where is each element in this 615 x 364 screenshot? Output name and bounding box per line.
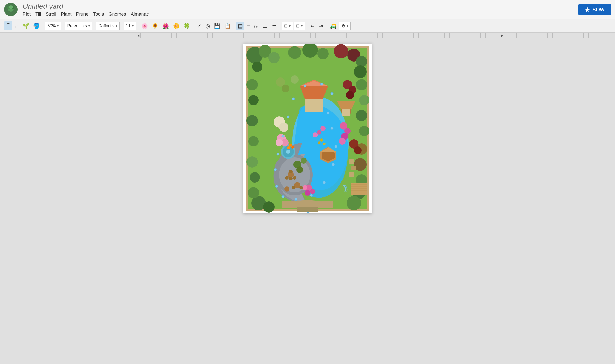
indent-left[interactable]: ⇤ xyxy=(309,22,316,30)
nav-till[interactable]: Till xyxy=(35,12,41,17)
numberedlist-tool[interactable]: ≔ xyxy=(270,22,278,30)
indent-tools-group: ⇤ ⇥ xyxy=(308,22,326,30)
ruler-inner xyxy=(120,33,615,38)
checkmark-tool[interactable]: ✓ xyxy=(195,22,203,30)
svg-point-38 xyxy=(359,95,369,105)
draw-tool-2[interactable]: ∩ xyxy=(13,22,20,30)
svg-point-121 xyxy=(287,116,289,118)
category-group: Perennials ▾ xyxy=(64,22,93,30)
nav-tools[interactable]: Tools xyxy=(93,12,104,17)
category-dropdown[interactable]: Perennials ▾ xyxy=(65,22,92,30)
app-title: Untitled yard xyxy=(23,2,149,11)
svg-point-87 xyxy=(296,166,303,173)
svg-point-111 xyxy=(335,145,337,148)
svg-point-103 xyxy=(292,186,295,189)
svg-point-104 xyxy=(299,186,303,189)
plant-dropdown[interactable]: Daffodils ▾ xyxy=(96,22,120,30)
sow-button[interactable]: SOW xyxy=(578,4,611,15)
grid-dropdown-1[interactable]: ⊞▾ xyxy=(282,22,293,30)
svg-point-73 xyxy=(354,146,362,154)
svg-point-106 xyxy=(304,85,306,87)
save-tool[interactable]: 💾 xyxy=(212,22,222,30)
grid-tools-group: ⊞▾ ⊟▾ xyxy=(281,22,306,30)
plant-icon-2[interactable]: 🌻 xyxy=(150,22,160,30)
rows-tool[interactable]: ▤ xyxy=(236,22,244,30)
svg-point-48 xyxy=(248,187,259,198)
plant-icon-4[interactable]: 🌼 xyxy=(172,22,181,30)
app-logo xyxy=(4,3,18,16)
svg-point-36 xyxy=(354,65,367,78)
svg-point-112 xyxy=(332,163,335,166)
svg-point-75 xyxy=(279,123,288,132)
svg-point-52 xyxy=(246,115,258,126)
svg-point-28 xyxy=(268,52,280,63)
svg-point-122 xyxy=(292,98,295,100)
count-dropdown[interactable]: 11 ▾ xyxy=(124,22,136,30)
svg-point-120 xyxy=(282,135,284,137)
grid-dropdown-2[interactable]: ⊟▾ xyxy=(294,22,305,30)
svg-point-51 xyxy=(248,136,259,146)
utility-tools-group: 🛺 ⚙▾ xyxy=(328,22,352,30)
svg-point-100 xyxy=(289,177,293,180)
svg-point-66 xyxy=(320,126,326,131)
svg-point-108 xyxy=(331,92,333,95)
svg-point-86 xyxy=(301,158,307,164)
zoom-dropdown[interactable]: 50% ▾ xyxy=(45,22,61,30)
save-alt-tool[interactable]: 📋 xyxy=(223,22,233,30)
svg-point-116 xyxy=(282,195,284,198)
plant-icon-5[interactable]: 🍀 xyxy=(182,22,192,30)
zoom-group: 50% ▾ xyxy=(44,22,62,30)
plant-icons-group: 🌸 🌻 🌺 🌼 🍀 xyxy=(139,22,193,30)
plant-tool[interactable]: 🌱 xyxy=(21,22,31,30)
svg-point-117 xyxy=(275,185,278,188)
svg-point-109 xyxy=(327,112,329,114)
svg-point-83 xyxy=(323,143,326,145)
list-tool[interactable]: ☰ xyxy=(261,22,269,30)
svg-point-71 xyxy=(346,91,354,99)
nav-prune[interactable]: Prune xyxy=(76,12,88,17)
svg-point-50 xyxy=(246,156,258,168)
svg-point-56 xyxy=(282,85,289,92)
wheelbarrow-tool[interactable]: 🛺 xyxy=(329,22,338,30)
svg-point-37 xyxy=(356,79,367,90)
svg-point-105 xyxy=(284,186,289,192)
draw-tools-group: ⌒ ∩ 🌱 🪣 xyxy=(3,21,42,30)
svg-rect-90 xyxy=(349,172,354,177)
nav-gnomes[interactable]: Gnomes xyxy=(108,12,126,17)
svg-point-47 xyxy=(263,201,275,213)
draw-tool-1[interactable]: ⌒ xyxy=(4,21,12,30)
svg-point-39 xyxy=(356,110,367,121)
ruler: ◄ ► xyxy=(0,33,615,38)
svg-point-25 xyxy=(286,150,290,154)
svg-rect-14 xyxy=(305,99,323,112)
svg-rect-10 xyxy=(297,207,318,212)
svg-point-82 xyxy=(320,138,323,142)
svg-point-68 xyxy=(313,132,318,137)
svg-point-29 xyxy=(252,62,262,72)
nav-stroll[interactable]: Stroll xyxy=(46,12,56,17)
nav-plant[interactable]: Plant xyxy=(61,12,71,17)
svg-point-45 xyxy=(347,196,361,210)
svg-point-3 xyxy=(9,5,13,9)
wave-tool[interactable]: ≋ xyxy=(252,22,260,30)
garden-svg xyxy=(243,44,372,213)
align-tool[interactable]: ≡ xyxy=(245,22,252,30)
svg-point-61 xyxy=(339,138,346,145)
bucket-tool[interactable]: 🪣 xyxy=(32,22,41,30)
svg-point-107 xyxy=(320,83,323,85)
canvas-area xyxy=(0,38,615,364)
garden-canvas[interactable] xyxy=(243,44,372,213)
title-nav: Untitled yard Plot Till Stroll Plant Pru… xyxy=(23,2,149,17)
nav-plot[interactable]: Plot xyxy=(23,12,31,17)
svg-point-114 xyxy=(310,194,313,197)
svg-point-113 xyxy=(323,181,326,184)
svg-point-115 xyxy=(295,198,297,201)
nav-almanac[interactable]: Almanac xyxy=(131,12,149,17)
target-tool[interactable]: ◎ xyxy=(204,22,211,30)
indent-right[interactable]: ⇥ xyxy=(317,22,325,30)
plant-icon-1[interactable]: 🌸 xyxy=(140,22,149,30)
svg-point-101 xyxy=(289,170,293,173)
settings-dropdown[interactable]: ⚙▾ xyxy=(339,22,351,30)
plant-icon-3[interactable]: 🌺 xyxy=(161,22,170,30)
svg-point-65 xyxy=(302,185,308,190)
